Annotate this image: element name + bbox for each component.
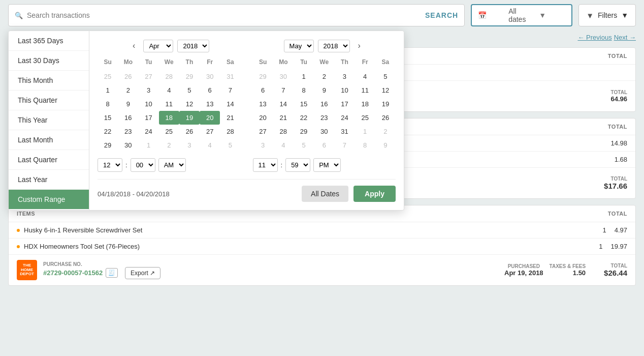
cal-day-19[interactable]: 19	[179, 111, 200, 125]
cal-day[interactable]: 23	[314, 111, 334, 125]
export-button[interactable]: Export ↗	[125, 267, 160, 279]
cal-day[interactable]: 3	[179, 138, 200, 152]
cal-day[interactable]: 28	[220, 125, 240, 138]
cal-day[interactable]: 27	[200, 125, 220, 138]
cal-day[interactable]: 7	[273, 83, 294, 97]
prev-link[interactable]: ← Previous	[577, 34, 611, 41]
cal-day[interactable]: 28	[273, 125, 294, 138]
cal-day[interactable]: 23	[118, 125, 138, 138]
cal-day[interactable]: 1	[98, 83, 118, 97]
prev-month-button[interactable]: ‹	[128, 39, 139, 52]
cal-day[interactable]: 17	[138, 111, 158, 125]
cal-day[interactable]: 21	[220, 111, 240, 125]
cal-day[interactable]: 30	[273, 70, 294, 83]
cal-day[interactable]: 29	[294, 125, 314, 138]
search-input[interactable]	[27, 11, 425, 19]
next-month-button[interactable]: ›	[354, 39, 365, 52]
cal-day[interactable]: 3	[253, 138, 273, 152]
cal-day-20[interactable]: 20	[200, 111, 220, 125]
right-minute-select[interactable]: 59	[285, 158, 310, 172]
left-hour-select[interactable]: 12	[98, 158, 122, 172]
right-year-select[interactable]: 2016201720182019	[318, 40, 350, 52]
cal-day[interactable]: 8	[98, 97, 118, 111]
left-year-select[interactable]: 2016201720182019	[177, 40, 209, 52]
right-ampm-select[interactable]: AMPM	[313, 158, 341, 172]
cal-day[interactable]: 10	[138, 97, 158, 111]
cal-day[interactable]: 30	[314, 125, 334, 138]
preset-last-year[interactable]: Last Year	[9, 170, 89, 190]
cal-day[interactable]: 15	[294, 97, 314, 111]
cal-day[interactable]: 16	[118, 111, 138, 125]
date-picker-button[interactable]: 📅 All dates ▼	[471, 4, 572, 26]
cal-day[interactable]: 5	[220, 138, 240, 152]
preset-last-30[interactable]: Last 30 Days	[9, 51, 89, 71]
cal-day[interactable]: 5	[375, 70, 396, 83]
cal-day[interactable]: 11	[355, 83, 375, 97]
cal-day[interactable]: 25	[355, 111, 375, 125]
cal-day[interactable]: 9	[118, 97, 138, 111]
cal-day[interactable]: 2	[118, 83, 138, 97]
cal-day[interactable]: 19	[375, 97, 396, 111]
cal-day[interactable]: 6	[253, 83, 273, 97]
cal-day[interactable]: 29	[98, 138, 118, 152]
cal-day[interactable]: 16	[314, 97, 334, 111]
cal-day[interactable]: 11	[159, 97, 179, 111]
cal-day[interactable]: 30	[118, 138, 138, 152]
cal-day[interactable]: 30	[200, 70, 220, 83]
cal-day[interactable]: 22	[294, 111, 314, 125]
cal-day[interactable]: 4	[273, 138, 294, 152]
cal-day[interactable]: 8	[294, 83, 314, 97]
preset-this-month[interactable]: This Month	[9, 71, 89, 91]
preset-last-365[interactable]: Last 365 Days	[9, 31, 89, 51]
cal-day[interactable]: 26	[179, 125, 200, 138]
cal-day[interactable]: 10	[334, 83, 355, 97]
cal-day-18[interactable]: 18	[159, 111, 179, 125]
cal-day[interactable]: 6	[314, 138, 334, 152]
cal-day[interactable]: 26	[375, 111, 396, 125]
cal-day[interactable]: 29	[253, 70, 273, 83]
cal-day[interactable]: 13	[200, 97, 220, 111]
cal-day[interactable]: 28	[159, 70, 179, 83]
cal-day[interactable]: 4	[200, 138, 220, 152]
apply-button[interactable]: Apply	[353, 186, 396, 202]
cal-day[interactable]: 4	[159, 83, 179, 97]
cal-day[interactable]: 27	[253, 125, 273, 138]
cal-day[interactable]: 26	[118, 70, 138, 83]
left-month-select[interactable]: JanFebMarApr MayJunJulAug SepOctNovDec	[143, 40, 173, 52]
cal-day[interactable]: 18	[355, 97, 375, 111]
cal-day[interactable]: 21	[273, 111, 294, 125]
cal-day[interactable]: 14	[220, 97, 240, 111]
left-minute-select[interactable]: 00	[131, 158, 155, 172]
cal-day[interactable]: 9	[314, 83, 334, 97]
search-box[interactable]: 🔍 SEARCH	[8, 4, 465, 26]
right-hour-select[interactable]: 11	[253, 158, 278, 172]
cal-day[interactable]: 2	[375, 125, 396, 138]
cal-day[interactable]: 7	[334, 138, 355, 152]
cal-day[interactable]: 1	[138, 138, 158, 152]
cal-day[interactable]: 20	[253, 111, 273, 125]
purchase-no-value[interactable]: #2729-00057-01562	[43, 269, 103, 277]
cal-day[interactable]: 12	[375, 83, 396, 97]
cal-day[interactable]: 3	[334, 70, 355, 83]
preset-this-quarter[interactable]: This Quarter	[9, 91, 89, 110]
cal-day[interactable]: 7	[220, 83, 240, 97]
preset-last-quarter[interactable]: Last Quarter	[9, 150, 89, 170]
left-ampm-select[interactable]: AMPM	[158, 158, 186, 172]
filters-button[interactable]: ▼ Filters ▼	[578, 4, 636, 26]
next-link[interactable]: Next →	[614, 34, 636, 41]
cal-day[interactable]: 25	[159, 125, 179, 138]
cal-day[interactable]: 24	[334, 111, 355, 125]
receipt-icon[interactable]: 🧾	[106, 268, 118, 278]
all-dates-button[interactable]: All Dates	[302, 186, 348, 202]
preset-custom-range[interactable]: Custom Range	[9, 190, 89, 210]
cal-day[interactable]: 29	[179, 70, 200, 83]
cal-day[interactable]: 2	[314, 70, 334, 83]
cal-day[interactable]: 25	[98, 70, 118, 83]
cal-day[interactable]: 27	[138, 70, 158, 83]
cal-day[interactable]: 31	[334, 125, 355, 138]
cal-day[interactable]: 1	[294, 70, 314, 83]
cal-day[interactable]: 15	[98, 111, 118, 125]
cal-day[interactable]: 3	[138, 83, 158, 97]
cal-day[interactable]: 8	[355, 138, 375, 152]
cal-day[interactable]: 24	[138, 125, 158, 138]
